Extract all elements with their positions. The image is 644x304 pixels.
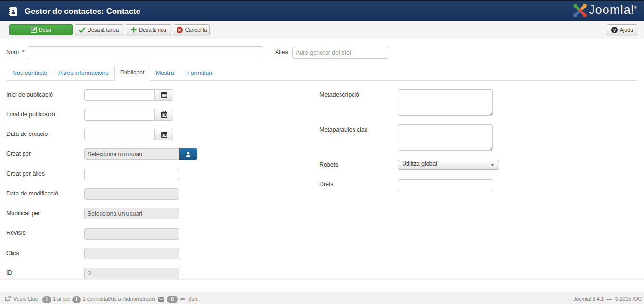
svg-text:?: ? [613, 27, 616, 32]
